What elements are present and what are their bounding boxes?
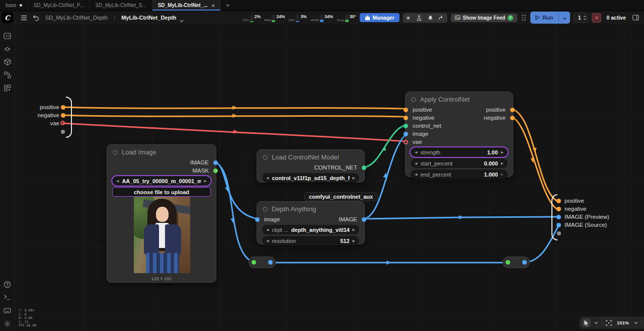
batch-count-stepper[interactable]: 1 (574, 13, 589, 23)
combo-next-icon[interactable]: ▶ (204, 179, 207, 183)
reroute-output-slot[interactable] (522, 260, 527, 265)
sidebar-terminal-icon[interactable] (2, 292, 13, 303)
node-title-bar[interactable]: Apply ControlNet (406, 92, 513, 106)
sidebar-templates-icon[interactable] (2, 82, 13, 94)
combo-next-icon[interactable]: ▶ (353, 228, 355, 231)
manager-button[interactable]: Manager (360, 13, 399, 22)
input-positive-slot[interactable] (404, 108, 408, 112)
cancel-run-button[interactable]: × (592, 13, 601, 23)
sidebar-workflows-icon[interactable] (2, 69, 13, 80)
increment-icon[interactable] (583, 16, 587, 18)
flask-icon[interactable] (414, 13, 425, 23)
feed-enabled-toggle-icon[interactable]: ✓ (508, 15, 513, 21)
run-options-caret-icon[interactable] (559, 12, 570, 24)
combo-prev-icon[interactable]: ◀ (266, 176, 269, 180)
new-tab-button[interactable]: + (221, 0, 235, 11)
node-title-bar[interactable]: Depth Anything (257, 202, 364, 215)
ckpt-combo[interactable]: ◀ ckpt ... depth_anything_vitl14.pth ▶ (262, 225, 359, 234)
controlnet-model-combo[interactable]: ◀ control_v11f1p_sd15_depth_fp16 ... ▶ (262, 173, 359, 183)
graph-input-negative-slot[interactable] (61, 113, 65, 118)
pointer-tool-button[interactable] (582, 318, 591, 327)
reroute-input-slot[interactable] (506, 260, 510, 265)
node-apply-controlnet[interactable]: Apply ControlNet positive positive negat… (405, 92, 513, 177)
end-percent-widget[interactable]: ◀ end_percent 1.000 ▶ (411, 170, 508, 179)
tab-workflow-2[interactable]: SD_MyLib-CtrlNet_S... (90, 0, 152, 11)
combo-prev-icon[interactable]: ◀ (266, 228, 269, 231)
reroute-output-slot[interactable] (268, 260, 273, 265)
output-image-slot[interactable] (362, 217, 366, 222)
output-image-slot[interactable] (213, 160, 218, 165)
node-load-image[interactable]: Load Image IMAGE MASK ◀ AA_05_try_00000_… (107, 144, 216, 283)
combo-prev-icon[interactable]: ◀ (116, 179, 119, 183)
sidebar-shortcuts-icon[interactable] (2, 305, 13, 316)
increment-icon[interactable]: ▶ (501, 161, 504, 165)
sidebar-help-icon[interactable] (2, 279, 13, 290)
toolbar-drag-handle[interactable] (522, 15, 526, 21)
main-menu-icon[interactable] (19, 13, 28, 22)
start-percent-widget[interactable]: ◀ start_percent 0.000 ▶ (411, 158, 508, 168)
decrement-icon[interactable]: ◀ (266, 239, 269, 242)
input-image-slot[interactable] (404, 132, 408, 136)
toggle-right-panel-icon[interactable] (631, 13, 640, 22)
choose-file-button[interactable]: choose file to upload (112, 187, 211, 197)
input-negative-slot[interactable] (404, 116, 408, 120)
input-image-slot[interactable] (255, 217, 260, 222)
graph-output-preview-slot[interactable] (556, 215, 561, 219)
share-icon[interactable] (436, 13, 447, 23)
stepper-arrows[interactable] (583, 16, 587, 20)
node-depth-anything[interactable]: Depth Anything image IMAGE ◀ ckpt ... de… (257, 201, 365, 244)
combo-next-icon[interactable]: ▶ (353, 176, 355, 180)
tab-workflow-active[interactable]: SD_MyLib-CtrlNet_... × (152, 0, 221, 11)
undo-icon[interactable] (31, 13, 40, 22)
tab-base[interactable]: base (0, 0, 28, 11)
image-file-combo[interactable]: ◀ AA_05_try_00000_m_00001_m1 ... ▶ (112, 176, 211, 186)
pointer-tool-caret-icon[interactable] (593, 318, 600, 327)
bell-icon[interactable] (425, 13, 436, 23)
tab-workflow-1[interactable]: SD_MyLib-CtrlNet_P... (28, 0, 90, 11)
graph-input-empty-slot[interactable] (61, 130, 65, 134)
reroute-input-slot[interactable] (252, 260, 256, 265)
decrement-icon[interactable]: ◀ (415, 150, 417, 154)
decrement-icon[interactable] (583, 18, 587, 20)
resolution-widget[interactable]: ◀ resolution 512 ▶ (262, 236, 359, 245)
show-image-feed-button[interactable]: Show Image Feed ✓ (451, 14, 517, 22)
breadcrumb-subgraph-name[interactable]: MyLib-CtrlNet_Depth (121, 15, 176, 21)
comfyui-logo[interactable]: C (2, 12, 13, 23)
sidebar-settings-icon[interactable] (2, 318, 13, 329)
decrement-icon[interactable]: ◀ (415, 161, 417, 165)
zoom-caret-icon[interactable] (632, 318, 639, 327)
graph-output-empty-slot[interactable] (557, 231, 561, 235)
breadcrumb-workflow-name[interactable]: SD_MyLib-CtrlNet_Depth (45, 15, 108, 21)
node-title-bar[interactable]: Load Image (107, 145, 216, 158)
strength-widget[interactable]: ◀ strength 1.00 ▶ (411, 147, 508, 157)
node-load-controlnet[interactable]: Load ControlNet Model CONTROL_NET ◀ cont… (257, 149, 365, 183)
sidebar-node-library-icon[interactable] (2, 43, 13, 54)
increment-icon[interactable]: ▶ (501, 150, 504, 154)
input-controlnet-slot[interactable] (404, 124, 408, 128)
output-mask-slot[interactable] (213, 169, 218, 173)
output-negative-slot[interactable] (510, 116, 515, 120)
graph-output-negative-slot[interactable] (556, 207, 561, 211)
sidebar-model-library-icon[interactable] (2, 56, 13, 67)
decrement-icon[interactable]: ◀ (415, 173, 417, 176)
reroute-node-2[interactable] (503, 257, 530, 268)
run-button[interactable]: Run (530, 12, 570, 24)
close-tab-icon[interactable]: × (212, 3, 215, 9)
output-controlnet-slot[interactable] (362, 166, 366, 170)
loaded-image-preview[interactable] (134, 197, 190, 273)
breadcrumb-caret-icon[interactable] (180, 16, 184, 20)
fit-view-button[interactable] (604, 318, 613, 327)
zoom-level-value[interactable]: 101% (615, 318, 630, 327)
star-icon[interactable]: ★ (403, 13, 414, 23)
graph-input-vae-slot[interactable] (60, 121, 65, 125)
reroute-node-1[interactable] (249, 257, 276, 268)
graph-output-positive-slot[interactable] (556, 199, 561, 203)
increment-icon[interactable]: ▶ (501, 173, 504, 176)
graph-output-source-slot[interactable] (556, 223, 561, 227)
graph-input-positive-slot[interactable] (61, 105, 65, 110)
sidebar-queue-icon[interactable] (2, 30, 13, 41)
output-positive-slot[interactable] (510, 108, 515, 112)
node-title-bar[interactable]: Load ControlNet Model (257, 150, 364, 163)
input-vae-slot[interactable] (404, 140, 408, 144)
increment-icon[interactable]: ▶ (353, 239, 355, 242)
